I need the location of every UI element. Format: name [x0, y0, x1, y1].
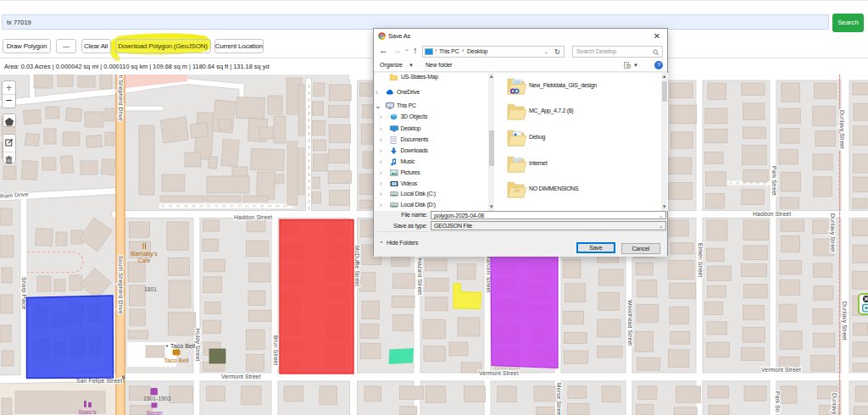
- svg-text:Woodhead Street: Woodhead Street: [627, 300, 633, 346]
- svg-text:Park Street: Park Street: [771, 166, 777, 196]
- svg-text:Vermont Street: Vermont Street: [479, 370, 519, 376]
- svg-text:Spec's: Spec's: [78, 408, 97, 415]
- svg-text:1901-1903: 1901-1903: [143, 396, 171, 401]
- svg-text:Dunlavy Street: Dunlavy Street: [841, 302, 848, 340]
- svg-text:Dunlavy Street: Dunlavy Street: [829, 213, 836, 252]
- svg-text:Cafe: Cafe: [137, 257, 150, 264]
- svg-text:Taco Bell: Taco Bell: [164, 357, 189, 364]
- svg-text:Super: Super: [146, 409, 163, 415]
- svg-text:Dunlavy: Dunlavy: [831, 393, 837, 415]
- svg-text:Haddon Street: Haddon Street: [753, 211, 791, 217]
- svg-text:South Shepherd Drive: South Shepherd Drive: [117, 256, 124, 314]
- svg-text:Morse Street: Morse Street: [556, 383, 562, 415]
- svg-text:1801: 1801: [144, 286, 157, 292]
- svg-text:Vermont Street: Vermont Street: [761, 367, 801, 373]
- svg-text:Elmen Street: Elmen Street: [698, 243, 704, 278]
- svg-text:Park Str: Park Str: [775, 391, 781, 413]
- svg-text:Hazard Street: Hazard Street: [417, 258, 423, 295]
- svg-text:Vermont Street: Vermont Street: [221, 374, 261, 379]
- svg-text:Taco Bell: Taco Bell: [170, 342, 196, 350]
- svg-text:Haddon Street: Haddon Street: [234, 214, 272, 220]
- svg-text:San Felipe Street: San Felipe Street: [76, 378, 122, 385]
- svg-text:McDuffie Street: McDuffie Street: [354, 246, 360, 286]
- svg-text:South Shepherd Drive: South Shepherd Drive: [117, 75, 124, 121]
- svg-text:Brun Street: Brun Street: [273, 335, 279, 365]
- svg-text:Dunlavy Street: Dunlavy Street: [838, 110, 845, 149]
